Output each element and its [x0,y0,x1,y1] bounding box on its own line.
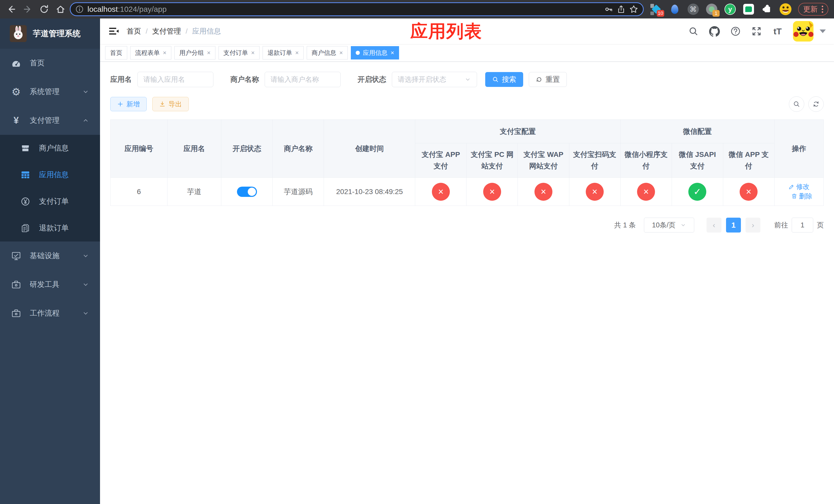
cell-app-id: 6 [111,178,168,206]
browser-profile-avatar[interactable] [780,3,791,15]
browser-reload-button[interactable] [37,2,51,17]
url-path: :1024/pay/app [118,5,167,13]
user-avatar[interactable] [793,21,813,42]
search-button[interactable]: 搜索 [485,72,523,87]
browser-menu-icon[interactable] [822,6,823,13]
tab-app-info[interactable]: 应用信息× [351,46,399,60]
tab-user-group[interactable]: 用户分组× [174,46,215,60]
col-header-merchant: 商户名称 [272,120,324,178]
next-page-button[interactable]: › [746,217,761,232]
close-icon[interactable]: × [163,49,167,56]
tags-view-bar: 首页 流程表单× 用户分组× 支付订单× 退款订单× 商户信息× 应用信息× [100,44,834,62]
status-icon: ✓ [688,183,706,201]
grid-table-icon [20,169,31,180]
user-menu-caret-icon[interactable] [820,29,826,33]
tab-merchant-info[interactable]: 商户信息× [307,46,348,60]
breadcrumb-current: 应用信息 [192,26,221,36]
status-select[interactable]: 请选择开启状态 [392,72,477,87]
status-select-placeholder: 请选择开启状态 [398,75,446,84]
edit-link[interactable]: 修改 [788,182,809,191]
extension-sketch-icon[interactable]: 10 [650,3,662,15]
status-label: 开启状态 [357,75,386,84]
sidebar-item-merchant-info[interactable]: 商户信息 [0,135,100,161]
share-icon[interactable] [617,5,626,14]
close-icon[interactable]: × [251,49,255,56]
page-annotation-title: 应用列表 [410,20,482,43]
col-header-alipay-pc: 支付宝 PC 网站支付 [466,143,518,178]
documents-icon [20,223,31,233]
sidebar-collapse-icon[interactable] [108,26,119,37]
tab-process-form[interactable]: 流程表单× [130,46,171,60]
merchant-name-label: 商户名称 [230,75,259,84]
search-icon [793,100,800,108]
sidebar-item-pay-order[interactable]: 支付订单 [0,188,100,215]
close-icon[interactable]: × [391,49,394,56]
tab-pay-order[interactable]: 支付订单× [219,46,260,60]
sidebar-item-payment[interactable]: ¥ 支付管理 [0,106,100,135]
browser-forward-button[interactable] [21,2,35,17]
close-icon[interactable]: × [295,49,299,56]
refresh-table-button[interactable] [808,96,824,112]
font-size-icon[interactable]: tT [772,26,783,37]
extensions-area: 10 ⌘ 1 y [646,3,796,15]
col-header-app-name: 应用名 [168,120,221,178]
yen-icon: ¥ [11,115,22,126]
page-number-button[interactable]: 1 [726,217,741,232]
chevron-up-icon [82,117,89,124]
extension-yuque-icon[interactable]: y [724,3,736,15]
sidebar-item-refund-order[interactable]: 退款订单 [0,215,100,242]
extension-kite-icon[interactable] [669,3,681,15]
github-icon[interactable] [709,26,720,37]
tab-refund-order[interactable]: 退款订单× [263,46,304,60]
delete-link[interactable]: 删除 [791,192,812,201]
status-icon: × [586,183,604,201]
sidebar-item-system[interactable]: ⚙ 系统管理 [0,77,100,106]
col-header-wechat-app: 微信 APP 支付 [723,143,774,178]
sidebar-item-dev-tools[interactable]: 研发工具 [0,270,100,299]
cell-status [221,178,272,206]
extension-chat-icon[interactable] [743,3,754,15]
site-info-icon[interactable] [75,5,84,14]
app-name-input[interactable] [137,72,213,87]
prev-page-button[interactable]: ‹ [706,217,721,232]
extension-profile-icon[interactable]: 1 [706,3,718,15]
toggle-search-button[interactable] [789,96,804,112]
bookmark-star-icon[interactable] [629,5,638,14]
browser-home-button[interactable] [53,2,68,17]
export-button[interactable]: 导出 [152,97,189,111]
help-icon[interactable] [730,26,741,37]
browser-back-button[interactable] [4,2,19,17]
sidebar-item-workflow[interactable]: 工作流程 [0,299,100,328]
update-label: 更新 [803,4,818,14]
status-toggle[interactable] [237,187,257,197]
sidebar-item-infrastructure[interactable]: 基础设施 [0,242,100,270]
tab-home[interactable]: 首页 [105,46,127,60]
password-key-icon[interactable] [605,5,613,14]
extension-badge: 1 [712,10,720,17]
sidebar-menu: 首页 ⚙ 系统管理 ¥ 支付管理 [0,49,100,328]
page-size-select[interactable]: 10条/页 [644,217,694,232]
sidebar-logo[interactable]: 芋道管理系统 [0,19,100,49]
add-button[interactable]: 新增 [110,97,147,111]
fullscreen-icon[interactable] [751,26,762,37]
browser-update-button[interactable]: 更新 [798,3,828,16]
address-bar[interactable]: localhost:1024/pay/app [70,2,644,16]
col-header-created: 创建时间 [324,120,415,178]
cell-alipay-pc: × [466,178,518,206]
breadcrumb-home[interactable]: 首页 [127,26,141,36]
breadcrumb-payment[interactable]: 支付管理 [152,26,181,36]
search-icon[interactable] [688,26,699,37]
sidebar-item-app-info[interactable]: 应用信息 [0,161,100,188]
goto-page-input[interactable] [792,217,813,232]
sidebar-item-home[interactable]: 首页 [0,49,100,77]
col-header-status: 开启状态 [221,120,272,178]
extension-command-icon[interactable]: ⌘ [687,3,699,15]
sidebar-item-label: 支付管理 [30,115,74,125]
merchant-name-input[interactable] [265,72,341,87]
close-icon[interactable]: × [339,49,343,56]
reset-button[interactable]: 重置 [529,72,567,87]
shop-icon [20,143,31,154]
plus-icon [117,101,123,107]
extensions-puzzle-icon[interactable] [761,3,773,15]
close-icon[interactable]: × [207,49,211,56]
